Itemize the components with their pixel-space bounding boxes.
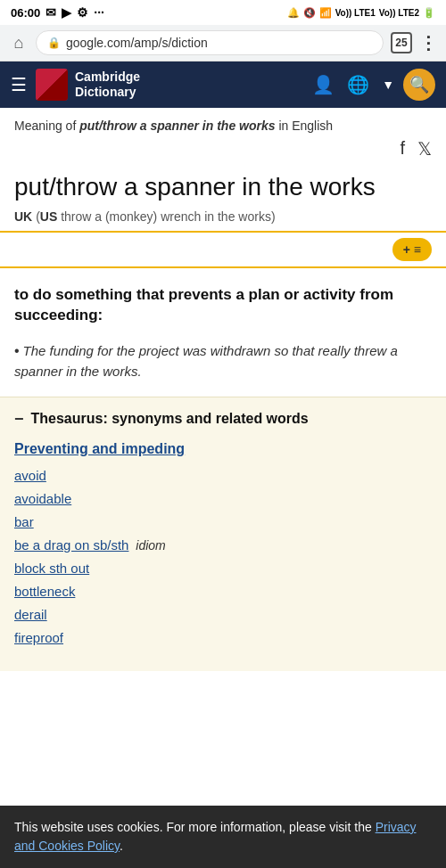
signal2-text: Vo)) LTE2 [379,8,419,18]
bluetooth-icon: ⚙ [77,5,88,20]
thesaurus-word-link[interactable]: avoid [14,468,46,483]
thesaurus-list: avoidavoidablebarbe a drag on sb/sth idi… [14,468,432,646]
search-button[interactable]: 🔍 [403,69,435,101]
meaning-suffix: in English [276,119,334,133]
url-bar[interactable]: 🔒 google.com/amp/s/diction [36,30,384,55]
youtube-icon: ▶ [62,5,71,20]
status-bar: 06:00 ✉ ▶ ⚙ ··· 🔔 🔇 📶 Vo)) LTE1 Vo)) LTE… [0,0,446,25]
svg-text:CU: CU [45,80,58,90]
us-suffix: ) [271,209,276,224]
thesaurus-word-link[interactable]: bar [14,514,34,529]
signal-text: Vo)) LTE1 [335,8,376,18]
status-right: 🔔 🔇 📶 Vo)) LTE1 Vo)) LTE2 🔋 [287,7,435,19]
minus-icon[interactable]: − [14,410,24,429]
logo-line1: Cambridge [75,70,140,85]
lock-icon: 🔒 [47,37,61,49]
user-icon[interactable]: 👤 [312,74,334,95]
battery-icon: 🔋 [423,7,435,19]
list-item: bottleneck [14,584,432,600]
svg-rect-1 [37,70,66,99]
plus-button[interactable]: + ≡ [392,238,432,261]
meaning-phrase: put/throw a spanner in the works [79,119,275,133]
thesaurus-word-link[interactable]: derail [14,607,47,622]
more-dots-icon: ··· [94,5,104,20]
example-text: The funding for the project was withdraw… [14,343,398,379]
list-item: block sth out [14,561,432,577]
chevron-down-icon[interactable]: ▼ [382,78,394,92]
example-sentence: •The funding for the project was withdra… [0,337,446,397]
list-item: derail [14,607,432,623]
thesaurus-header: − Thesaurus: synonyms and related words [14,410,432,429]
uk-us-line: UK (US throw a (monkey) wrench in the wo… [0,206,446,231]
url-text: google.com/amp/s/diction [66,36,208,50]
social-bar: f 𝕏 [0,138,446,165]
logo-text: Cambridge Dictionary [75,70,140,100]
mail-icon: ✉ [45,5,56,20]
list-item: be a drag on sb/sth idiom [14,537,432,553]
thesaurus-word-link[interactable]: be a drag on sb/sth [14,537,128,553]
us-label: US [40,209,57,224]
list-item: bar [14,514,432,530]
main-title: put/throw a spanner in the works [0,165,446,206]
thesaurus-word-link[interactable]: block sth out [14,561,89,576]
thesaurus-word-link[interactable]: bottleneck [14,584,75,599]
globe-icon[interactable]: 🌐 [347,74,369,95]
mute-icon: 🔇 [303,7,316,19]
wifi-icon: 📶 [319,7,332,19]
home-icon[interactable]: ⌂ [9,33,29,53]
thesaurus-subheader[interactable]: Preventing and impeding [14,441,432,457]
thesaurus-section: − Thesaurus: synonyms and related words … [0,397,446,671]
uk-label: UK [14,209,32,224]
definition-text: to do something that prevents a plan or … [0,277,446,338]
meaning-prefix: Meaning of [14,119,79,133]
main-content: Meaning of put/throw a spanner in the wo… [0,108,446,671]
thesaurus-word-link[interactable]: fireproof [14,630,63,645]
bullet-point: • [14,343,20,358]
hamburger-menu-icon[interactable]: ☰ [11,74,27,95]
thesaurus-word-link[interactable]: avoidable [14,491,71,506]
divider-row: + ≡ [0,231,446,268]
list-item: avoid [14,468,432,484]
time-display: 06:00 [11,6,40,20]
logo-line2: Dictionary [75,85,140,100]
twitter-icon[interactable]: 𝕏 [417,138,432,160]
logo-svg: CU [36,69,68,101]
facebook-icon[interactable]: f [400,138,405,160]
alarm-icon: 🔔 [287,7,300,19]
browser-bar: ⌂ 🔒 google.com/amp/s/diction 25 ⋮ [0,25,446,61]
cambridge-logo: CU [36,69,68,101]
us-variant: throw a (monkey) wrench in the works [61,209,271,224]
svg-marker-2 [37,70,52,85]
nav-bar: ☰ CU Cambridge Dictionary 👤 🌐 ▼ 🔍 [0,61,446,108]
logo-box[interactable]: CU Cambridge Dictionary [36,69,140,101]
search-icon: 🔍 [409,75,429,94]
list-item: fireproof [14,630,432,646]
status-left: 06:00 ✉ ▶ ⚙ ··· [11,5,104,20]
thesaurus-title: Thesaurus: synonyms and related words [31,411,309,427]
meaning-label: Meaning of put/throw a spanner in the wo… [0,108,446,138]
idiom-label: idiom [132,538,165,553]
browser-more-icon[interactable]: ⋮ [419,32,437,53]
tab-count[interactable]: 25 [391,32,412,53]
list-item: avoidable [14,491,432,507]
svg-rect-0 [36,69,68,101]
